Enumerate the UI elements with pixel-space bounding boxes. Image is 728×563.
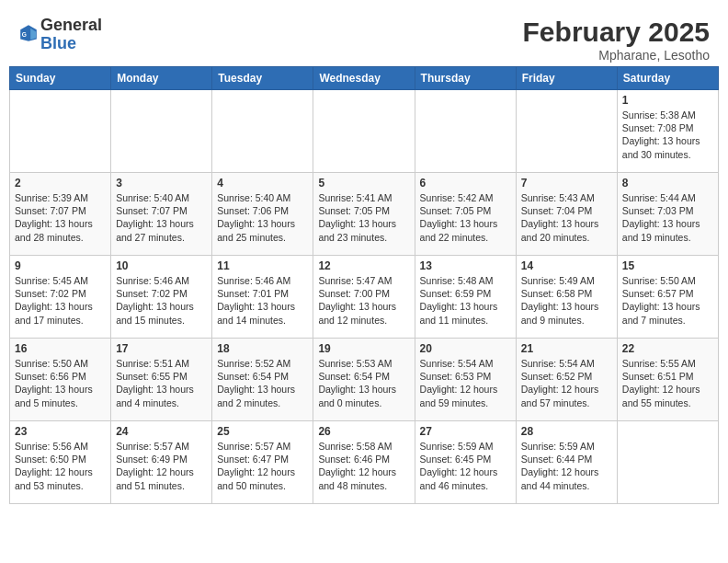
day-info: Sunrise: 5:58 AM Sunset: 6:46 PM Dayligh… [318,440,409,492]
day-number: 24 [116,425,207,438]
calendar-week-row: 2Sunrise: 5:39 AM Sunset: 7:07 PM Daylig… [10,173,719,256]
day-number: 25 [217,425,308,438]
day-number: 6 [420,177,511,190]
day-number: 28 [521,425,612,438]
day-number: 22 [622,342,713,355]
month-year-title: February 2025 [523,17,710,48]
day-info: Sunrise: 5:57 AM Sunset: 6:47 PM Dayligh… [217,440,308,492]
table-row: 26Sunrise: 5:58 AM Sunset: 6:46 PM Dayli… [313,421,415,504]
day-number: 4 [217,177,308,190]
col-monday: Monday [111,67,212,90]
table-row: 18Sunrise: 5:52 AM Sunset: 6:54 PM Dayli… [212,339,313,421]
day-number: 2 [15,177,106,190]
logo-blue-text: Blue [40,34,76,52]
day-number: 21 [521,342,612,355]
table-row [212,90,313,173]
day-number: 19 [318,342,409,355]
day-number: 9 [15,259,106,272]
day-number: 1 [622,94,713,107]
table-row: 21Sunrise: 5:54 AM Sunset: 6:52 PM Dayli… [516,339,617,421]
day-number: 15 [622,259,713,272]
day-info: Sunrise: 5:52 AM Sunset: 6:54 PM Dayligh… [217,357,308,409]
day-number: 12 [318,259,409,272]
day-info: Sunrise: 5:47 AM Sunset: 7:00 PM Dayligh… [318,274,409,327]
svg-text:G: G [22,30,27,37]
day-info: Sunrise: 5:57 AM Sunset: 6:49 PM Dayligh… [116,440,207,492]
table-row [111,90,212,173]
table-row: 10Sunrise: 5:46 AM Sunset: 7:02 PM Dayli… [111,256,212,339]
table-row: 14Sunrise: 5:49 AM Sunset: 6:58 PM Dayli… [516,256,617,339]
day-number: 14 [521,259,612,272]
day-info: Sunrise: 5:59 AM Sunset: 6:45 PM Dayligh… [420,440,511,492]
table-row: 19Sunrise: 5:53 AM Sunset: 6:54 PM Dayli… [313,339,415,421]
day-number: 7 [521,177,612,190]
table-row: 5Sunrise: 5:41 AM Sunset: 7:05 PM Daylig… [313,173,415,256]
table-row: 25Sunrise: 5:57 AM Sunset: 6:47 PM Dayli… [212,421,313,504]
day-info: Sunrise: 5:40 AM Sunset: 7:07 PM Dayligh… [116,191,207,244]
day-number: 23 [15,425,106,438]
day-info: Sunrise: 5:53 AM Sunset: 6:54 PM Dayligh… [318,357,409,409]
day-info: Sunrise: 5:49 AM Sunset: 6:58 PM Dayligh… [521,274,612,327]
table-row: 16Sunrise: 5:50 AM Sunset: 6:56 PM Dayli… [10,339,111,421]
col-thursday: Thursday [415,67,516,90]
day-number: 8 [622,177,713,190]
day-info: Sunrise: 5:46 AM Sunset: 7:02 PM Dayligh… [116,274,207,327]
day-info: Sunrise: 5:50 AM Sunset: 6:57 PM Dayligh… [622,274,713,327]
table-row [313,90,415,173]
day-number: 11 [217,259,308,272]
table-row [516,90,617,173]
table-row: 15Sunrise: 5:50 AM Sunset: 6:57 PM Dayli… [617,256,718,339]
table-row: 7Sunrise: 5:43 AM Sunset: 7:04 PM Daylig… [516,173,617,256]
day-number: 5 [318,177,409,190]
day-number: 16 [15,342,106,355]
table-row: 24Sunrise: 5:57 AM Sunset: 6:49 PM Dayli… [111,421,212,504]
page-header: G General Blue February 2025 Mpharane, L… [9,9,719,66]
table-row: 27Sunrise: 5:59 AM Sunset: 6:45 PM Dayli… [415,421,516,504]
table-row: 20Sunrise: 5:54 AM Sunset: 6:53 PM Dayli… [415,339,516,421]
table-row: 23Sunrise: 5:56 AM Sunset: 6:50 PM Dayli… [10,421,111,504]
calendar-week-row: 16Sunrise: 5:50 AM Sunset: 6:56 PM Dayli… [10,339,719,421]
day-number: 3 [116,177,207,190]
logo-general-text: General [40,16,102,34]
table-row: 12Sunrise: 5:47 AM Sunset: 7:00 PM Dayli… [313,256,415,339]
table-row: 22Sunrise: 5:55 AM Sunset: 6:51 PM Dayli… [617,339,718,421]
day-info: Sunrise: 5:39 AM Sunset: 7:07 PM Dayligh… [15,191,106,244]
day-info: Sunrise: 5:54 AM Sunset: 6:52 PM Dayligh… [521,357,612,409]
logo-icon: G [18,23,39,43]
table-row [10,90,111,173]
table-row: 28Sunrise: 5:59 AM Sunset: 6:44 PM Dayli… [516,421,617,504]
calendar-header-row: Sunday Monday Tuesday Wednesday Thursday… [10,67,719,90]
day-number: 27 [420,425,511,438]
table-row: 6Sunrise: 5:42 AM Sunset: 7:05 PM Daylig… [415,173,516,256]
day-number: 13 [420,259,511,272]
day-info: Sunrise: 5:54 AM Sunset: 6:53 PM Dayligh… [420,357,511,409]
table-row [617,421,718,504]
table-row: 9Sunrise: 5:45 AM Sunset: 7:02 PM Daylig… [10,256,111,339]
day-info: Sunrise: 5:56 AM Sunset: 6:50 PM Dayligh… [15,440,106,492]
day-info: Sunrise: 5:59 AM Sunset: 6:44 PM Dayligh… [521,440,612,492]
day-info: Sunrise: 5:51 AM Sunset: 6:55 PM Dayligh… [116,357,207,409]
day-info: Sunrise: 5:50 AM Sunset: 6:56 PM Dayligh… [15,357,106,409]
calendar-week-row: 1Sunrise: 5:38 AM Sunset: 7:08 PM Daylig… [10,90,719,173]
table-row [415,90,516,173]
day-info: Sunrise: 5:41 AM Sunset: 7:05 PM Dayligh… [318,191,409,244]
day-number: 10 [116,259,207,272]
day-number: 20 [420,342,511,355]
table-row: 11Sunrise: 5:46 AM Sunset: 7:01 PM Dayli… [212,256,313,339]
table-row: 17Sunrise: 5:51 AM Sunset: 6:55 PM Dayli… [111,339,212,421]
table-row: 1Sunrise: 5:38 AM Sunset: 7:08 PM Daylig… [617,90,718,173]
calendar-week-row: 9Sunrise: 5:45 AM Sunset: 7:02 PM Daylig… [10,256,719,339]
table-row: 3Sunrise: 5:40 AM Sunset: 7:07 PM Daylig… [111,173,212,256]
day-info: Sunrise: 5:46 AM Sunset: 7:01 PM Dayligh… [217,274,308,327]
day-info: Sunrise: 5:55 AM Sunset: 6:51 PM Dayligh… [622,357,713,409]
day-number: 26 [318,425,409,438]
day-info: Sunrise: 5:43 AM Sunset: 7:04 PM Dayligh… [521,191,612,244]
day-info: Sunrise: 5:42 AM Sunset: 7:05 PM Dayligh… [420,191,511,244]
logo: G General Blue [18,17,102,53]
day-number: 18 [217,342,308,355]
day-number: 17 [116,342,207,355]
calendar-week-row: 23Sunrise: 5:56 AM Sunset: 6:50 PM Dayli… [10,421,719,504]
table-row: 13Sunrise: 5:48 AM Sunset: 6:59 PM Dayli… [415,256,516,339]
table-row: 4Sunrise: 5:40 AM Sunset: 7:06 PM Daylig… [212,173,313,256]
day-info: Sunrise: 5:40 AM Sunset: 7:06 PM Dayligh… [217,191,308,244]
